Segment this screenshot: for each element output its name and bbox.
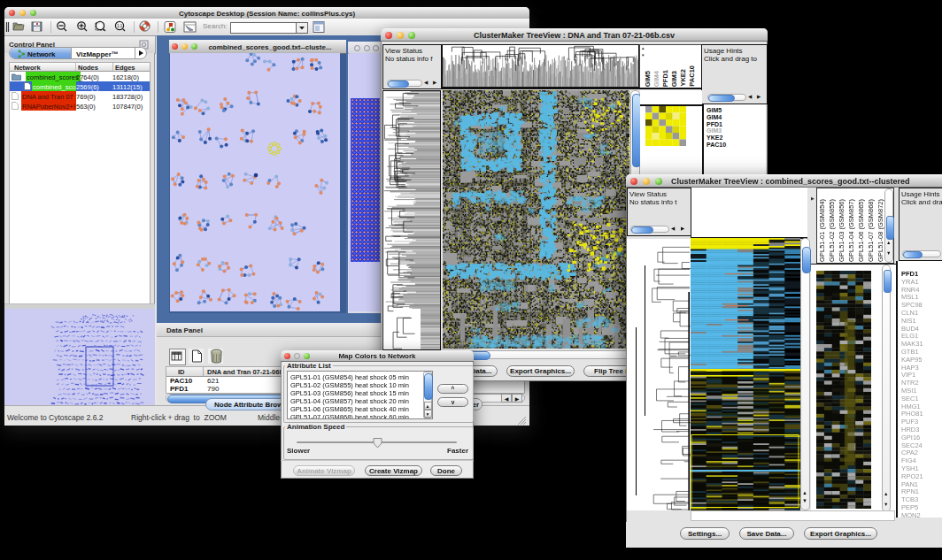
svg-text:1:1: 1:1 <box>117 24 123 28</box>
svg-text:Search:: Search: <box>203 22 228 30</box>
